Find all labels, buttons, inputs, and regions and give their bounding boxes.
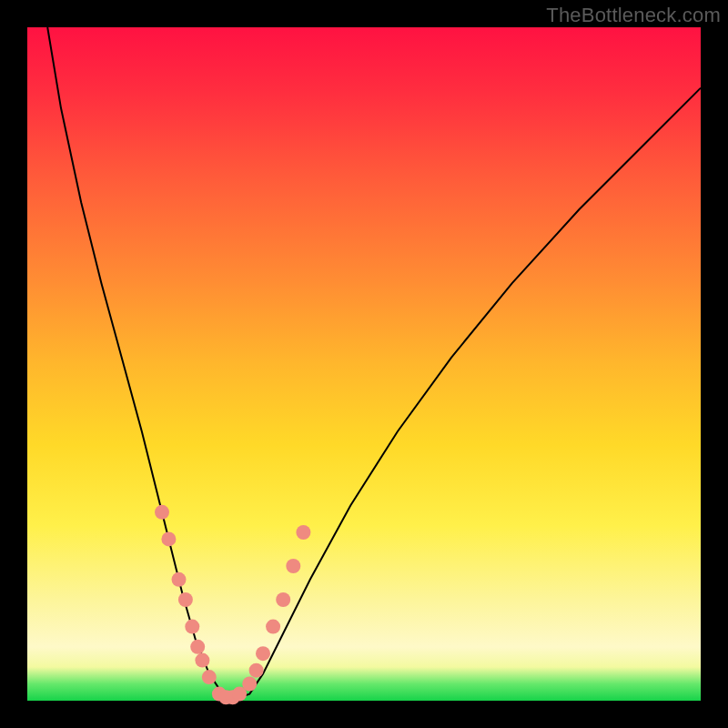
highlight-dot bbox=[185, 620, 199, 634]
highlight-dot bbox=[161, 531, 176, 546]
highlight-dot bbox=[195, 653, 209, 668]
chart-svg bbox=[27, 27, 701, 701]
highlight-dot bbox=[296, 525, 310, 540]
highlight-dot bbox=[242, 677, 257, 692]
chart-frame: TheBottleneck.com bbox=[0, 0, 728, 728]
highlight-dot bbox=[172, 572, 187, 587]
highlight-dot bbox=[276, 592, 290, 607]
highlight-dots-group bbox=[155, 505, 310, 705]
highlight-dot bbox=[266, 620, 280, 634]
highlight-dot bbox=[178, 592, 193, 607]
watermark-text: TheBottleneck.com bbox=[546, 4, 721, 27]
plot-area bbox=[27, 27, 701, 701]
highlight-dot bbox=[202, 670, 217, 684]
highlight-dot bbox=[190, 640, 205, 654]
bottleneck-curve bbox=[47, 27, 701, 701]
highlight-dot bbox=[155, 505, 169, 520]
highlight-dot bbox=[256, 646, 270, 661]
highlight-dot bbox=[286, 559, 300, 573]
highlight-dot bbox=[249, 663, 264, 678]
